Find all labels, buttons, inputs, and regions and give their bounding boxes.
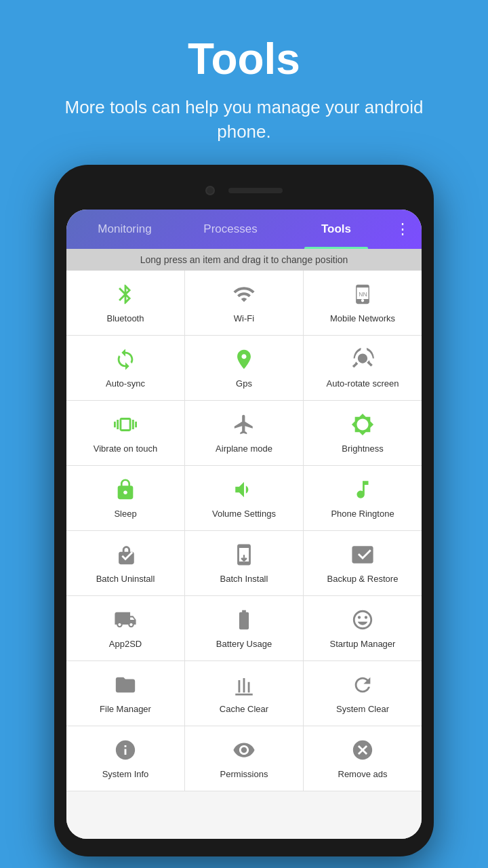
- grid-row-5: App2SD Battery Usage Startup Manager: [66, 596, 422, 661]
- wifi-icon: [230, 281, 258, 308]
- backup-icon: [349, 541, 376, 568]
- header-section: Tools More tools can help you manage you…: [0, 0, 488, 165]
- cell-ringtone[interactable]: Phone Ringtone: [304, 466, 422, 530]
- cell-batch-install[interactable]: Batch Install: [185, 531, 304, 595]
- cell-vibrate[interactable]: Vibrate on touch: [66, 401, 185, 465]
- cell-cache-clear[interactable]: Cache Clear: [185, 661, 304, 726]
- batch-uninstall-icon: [112, 541, 139, 568]
- bluetooth-icon: [112, 281, 139, 308]
- grid-row-2: Vibrate on touch Airplane mode Brightnes…: [66, 401, 422, 466]
- cell-label-mobile-networks: Mobile Networks: [330, 313, 395, 325]
- phone-screen: Monitoring Processes Tools ⋮ Long press …: [66, 210, 422, 839]
- cell-label-remove-ads: Remove ads: [338, 769, 388, 781]
- more-menu-button[interactable]: ⋮: [389, 220, 416, 238]
- cell-label-brightness: Brightness: [342, 443, 383, 455]
- remove-ads-icon: [349, 736, 376, 764]
- gps-icon: [230, 346, 258, 373]
- batch-install-icon: [230, 541, 258, 568]
- tab-processes[interactable]: Processes: [178, 210, 283, 249]
- grid-row-1: Auto-sync Gps Auto-rotate screen: [66, 336, 422, 401]
- cell-label-battery: Battery Usage: [216, 639, 272, 650]
- cell-startup[interactable]: Startup Manager: [304, 596, 422, 660]
- auto-rotate-icon: [349, 346, 376, 373]
- sleep-icon: [112, 476, 139, 503]
- cell-system-clear[interactable]: System Clear: [304, 661, 422, 726]
- airplane-icon: [230, 411, 258, 438]
- page-subtitle: More tools can help you manage your andr…: [41, 95, 447, 144]
- cell-auto-sync[interactable]: Auto-sync: [66, 336, 185, 400]
- cell-brightness[interactable]: Brightness: [304, 401, 422, 465]
- cell-sleep[interactable]: Sleep: [66, 466, 185, 530]
- cell-gps[interactable]: Gps: [185, 336, 304, 400]
- grid-row-7: System Info Permissions Remove ads: [66, 726, 422, 791]
- system-clear-icon: [349, 671, 376, 698]
- cell-label-ringtone: Phone Ringtone: [331, 509, 394, 520]
- cell-app2sd[interactable]: App2SD: [66, 596, 185, 660]
- svg-text:NN: NN: [359, 291, 367, 298]
- cell-label-gps: Gps: [236, 378, 252, 390]
- tab-bar: Monitoring Processes Tools ⋮: [66, 210, 422, 249]
- cache-clear-icon: [230, 671, 258, 698]
- cell-file-manager[interactable]: File Manager: [66, 661, 185, 726]
- file-manager-icon: [112, 671, 139, 698]
- grid-row-0: Bluetooth Wi-Fi NN Mobile Networks: [66, 271, 422, 336]
- auto-sync-icon: [112, 346, 139, 373]
- cell-label-cache-clear: Cache Clear: [220, 704, 268, 715]
- cell-backup[interactable]: Backup & Restore: [304, 531, 422, 595]
- cell-auto-rotate[interactable]: Auto-rotate screen: [304, 336, 422, 400]
- cell-label-system-clear: System Clear: [336, 704, 389, 715]
- cell-battery[interactable]: Battery Usage: [185, 596, 304, 660]
- page-title: Tools: [188, 34, 300, 84]
- speaker-icon: [228, 188, 283, 193]
- cell-label-batch-install: Batch Install: [220, 574, 268, 585]
- startup-icon: [349, 606, 376, 633]
- phone-notch: [66, 177, 422, 204]
- cell-label-vibrate: Vibrate on touch: [94, 443, 157, 455]
- permissions-icon: [230, 736, 258, 764]
- tab-monitoring[interactable]: Monitoring: [72, 210, 178, 249]
- grid-row-4: Batch Uninstall Batch Install Backup & R…: [66, 531, 422, 596]
- cell-label-bluetooth: Bluetooth: [107, 313, 144, 325]
- grid-row-3: Sleep Volume Settings Phone Ringtone: [66, 466, 422, 531]
- grid-row-6: File Manager Cache Clear System Clear: [66, 661, 422, 726]
- mobile-networks-icon: NN: [349, 281, 376, 308]
- cell-wifi[interactable]: Wi-Fi: [185, 271, 304, 335]
- cell-label-batch-uninstall: Batch Uninstall: [96, 574, 155, 585]
- hint-bar: Long press an item and drag it to change…: [66, 249, 422, 271]
- cell-label-wifi: Wi-Fi: [234, 313, 254, 325]
- cell-label-system-info: System Info: [102, 769, 149, 781]
- cell-label-backup: Backup & Restore: [327, 574, 399, 585]
- tab-tools[interactable]: Tools: [283, 210, 389, 249]
- cell-label-sleep: Sleep: [114, 509, 136, 520]
- cell-label-airplane: Airplane mode: [216, 443, 272, 455]
- system-info-icon: [112, 736, 139, 764]
- phone-frame-wrapper: Monitoring Processes Tools ⋮ Long press …: [54, 165, 434, 868]
- cell-label-file-manager: File Manager: [100, 704, 151, 715]
- cell-airplane[interactable]: Airplane mode: [185, 401, 304, 465]
- cell-label-startup: Startup Manager: [330, 639, 396, 650]
- vibrate-icon: [112, 411, 139, 438]
- camera-icon: [205, 186, 215, 195]
- cell-remove-ads[interactable]: Remove ads: [304, 726, 422, 791]
- brightness-icon: [349, 411, 376, 438]
- cell-mobile-networks[interactable]: NN Mobile Networks: [304, 271, 422, 335]
- battery-icon: [230, 606, 258, 633]
- cell-label-auto-rotate: Auto-rotate screen: [327, 378, 399, 390]
- cell-label-volume: Volume Settings: [212, 509, 276, 520]
- cell-label-permissions: Permissions: [220, 769, 268, 781]
- cell-label-app2sd: App2SD: [109, 639, 142, 650]
- app2sd-icon: [112, 606, 139, 633]
- cell-label-auto-sync: Auto-sync: [106, 378, 145, 390]
- phone-frame: Monitoring Processes Tools ⋮ Long press …: [54, 165, 434, 856]
- volume-icon: [230, 476, 258, 503]
- cell-permissions[interactable]: Permissions: [185, 726, 304, 791]
- cell-batch-uninstall[interactable]: Batch Uninstall: [66, 531, 185, 595]
- cell-bluetooth[interactable]: Bluetooth: [66, 271, 185, 335]
- cell-system-info[interactable]: System Info: [66, 726, 185, 791]
- ringtone-icon: [349, 476, 376, 503]
- tools-grid: Bluetooth Wi-Fi NN Mobile Networks: [66, 271, 422, 839]
- cell-volume[interactable]: Volume Settings: [185, 466, 304, 530]
